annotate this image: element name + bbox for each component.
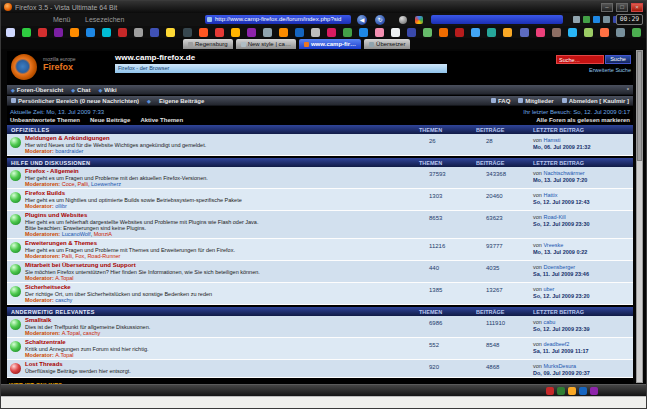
close-button[interactable]: × xyxy=(631,3,643,12)
last-post-user-link[interactable]: Nachtschwärmer xyxy=(543,170,584,176)
addon-icon[interactable] xyxy=(215,28,224,37)
addon-icon[interactable] xyxy=(359,28,368,37)
forum-search-input[interactable] xyxy=(556,55,604,64)
forum-link[interactable]: Meldungen & Ankündigungen xyxy=(25,135,206,142)
last-post-user-link[interactable]: Hattix xyxy=(543,192,557,198)
menu-item-1[interactable]: Lesezeichen xyxy=(85,16,124,23)
forum-link[interactable]: Firefox - Allgemein xyxy=(25,168,208,175)
addon-icon[interactable] xyxy=(134,28,143,37)
extension-icon[interactable] xyxy=(593,16,600,23)
addon-icon[interactable] xyxy=(70,28,79,37)
addon-icon[interactable] xyxy=(150,28,159,37)
google-icon[interactable] xyxy=(415,16,423,24)
addon-icon[interactable] xyxy=(600,28,609,37)
nav-primary-2[interactable]: ◆Wiki xyxy=(98,87,116,93)
addon-icon[interactable] xyxy=(54,28,63,37)
quick-link-1[interactable]: Neue Beiträge xyxy=(90,117,130,123)
addon-icon[interactable] xyxy=(199,28,208,37)
advanced-search-link[interactable]: Erweiterte Suche xyxy=(589,67,631,73)
vertical-scrollbar[interactable] xyxy=(636,50,643,383)
forum-link[interactable]: Firefox Builds xyxy=(25,190,242,197)
url-bar[interactable]: http://www.camp-firefox.de/forum/index.p… xyxy=(205,15,351,24)
menu-item-0[interactable]: Menü xyxy=(53,16,71,23)
last-post-user-link[interactable]: Hamsti xyxy=(543,137,560,143)
addon-icon[interactable] xyxy=(6,28,15,37)
moderator-link[interactable]: A.Topal xyxy=(55,275,73,281)
addon-icon[interactable] xyxy=(311,28,320,37)
addon-icon[interactable] xyxy=(183,28,192,37)
scrollbar-thumb[interactable] xyxy=(637,51,642,161)
last-post-user-link[interactable]: Road-Kill xyxy=(543,214,565,220)
forum-link[interactable]: Lost Threads xyxy=(25,361,131,368)
addon-icon[interactable] xyxy=(487,28,496,37)
addon-icon[interactable] xyxy=(38,28,47,37)
nav-secondary-1[interactable]: Mitglieder xyxy=(518,98,553,104)
moderator-link[interactable]: boardraider xyxy=(55,148,83,154)
tab-1[interactable]: New style | ca… xyxy=(236,39,296,49)
back-button[interactable]: ◀ xyxy=(357,15,367,25)
addon-icon[interactable] xyxy=(375,28,384,37)
addon-icon[interactable] xyxy=(616,28,625,37)
extension-icon[interactable] xyxy=(603,16,610,23)
forum-link[interactable]: Sicherheitsecke xyxy=(25,284,212,291)
addon-icon[interactable] xyxy=(407,28,416,37)
forum-link[interactable]: Smalltalk xyxy=(25,317,150,324)
forum-link[interactable]: Plugins und Websites xyxy=(25,212,258,219)
tab-0[interactable]: Regensburg xyxy=(183,39,233,49)
moderator-link[interactable]: Road-Runner xyxy=(87,253,120,259)
addon-icon[interactable] xyxy=(86,28,95,37)
forum-link[interactable]: Mitarbeit bei Übersetzung und Support xyxy=(25,262,260,269)
moderator-link[interactable]: Loewenherz xyxy=(91,181,121,187)
addon-icon[interactable] xyxy=(22,28,31,37)
moderator-link[interactable]: ollibr xyxy=(55,203,67,209)
moderator-link[interactable]: A.Topal xyxy=(62,330,80,336)
addon-icon[interactable] xyxy=(455,28,464,37)
reload-button[interactable]: ↻ xyxy=(375,15,385,25)
forum-link[interactable]: Erweiterungen & Themes xyxy=(25,240,235,247)
last-post-user-link[interactable]: MurksDesura xyxy=(543,363,576,369)
addon-icon[interactable] xyxy=(279,28,288,37)
moderator-link[interactable]: MonziA xyxy=(94,231,112,237)
search-bar-browser[interactable] xyxy=(431,15,563,24)
personal-area-link[interactable]: Persönlicher Bereich (0 neue Nachrichten… xyxy=(11,98,139,104)
globe-icon[interactable] xyxy=(399,16,407,24)
tab-2[interactable]: www.camp-fir… xyxy=(299,39,361,49)
last-post-user-link[interactable]: cabu xyxy=(543,319,555,325)
last-post-user-link[interactable]: Doensberger xyxy=(543,264,575,270)
forum-link[interactable]: Schaltzentrale xyxy=(25,339,149,346)
addon-icon[interactable] xyxy=(231,28,240,37)
addon-icon[interactable] xyxy=(439,28,448,37)
statusbar-addon-icon[interactable] xyxy=(546,387,554,395)
moderator-link[interactable]: caschy xyxy=(83,330,100,336)
addon-icon[interactable] xyxy=(166,28,175,37)
statusbar-addon-icon[interactable] xyxy=(590,387,598,395)
moderator-link[interactable]: Palli xyxy=(78,181,88,187)
last-post-user-link[interactable]: Vreeske xyxy=(543,242,563,248)
mark-read-link[interactable]: Alle Foren als gelesen markieren xyxy=(536,117,630,123)
moderator-link[interactable]: LucanoWolf xyxy=(62,231,91,237)
moderator-link[interactable]: caschy xyxy=(55,297,72,303)
quick-link-0[interactable]: Unbeantwortete Themen xyxy=(10,117,80,123)
maximize-button[interactable]: □ xyxy=(616,3,628,12)
statusbar-addon-icon[interactable] xyxy=(557,387,565,395)
last-post-user-link[interactable]: deadbeef2 xyxy=(543,341,569,347)
extension-icon[interactable] xyxy=(573,16,580,23)
addon-icon[interactable] xyxy=(327,28,336,37)
addon-icon[interactable] xyxy=(102,28,111,37)
last-post-user-link[interactable]: uber xyxy=(543,286,554,292)
minimize-button[interactable]: – xyxy=(601,3,613,12)
quick-link-2[interactable]: Aktive Themen xyxy=(140,117,183,123)
addon-icon[interactable] xyxy=(536,28,545,37)
moderator-link[interactable]: Palli xyxy=(62,253,72,259)
statusbar-addon-icon[interactable] xyxy=(568,387,576,395)
tab-3[interactable]: Übersetzer xyxy=(364,39,410,49)
nav-secondary-0[interactable]: FAQ xyxy=(491,98,510,104)
addon-icon[interactable] xyxy=(503,28,512,37)
addon-icon[interactable] xyxy=(520,28,529,37)
nav-primary-0[interactable]: ◆Foren-Übersicht xyxy=(11,87,63,93)
addon-icon[interactable] xyxy=(568,28,577,37)
moderator-link[interactable]: A.Topal xyxy=(55,352,73,358)
addon-icon[interactable] xyxy=(247,28,256,37)
addon-icon[interactable] xyxy=(471,28,480,37)
addon-icon[interactable] xyxy=(263,28,272,37)
